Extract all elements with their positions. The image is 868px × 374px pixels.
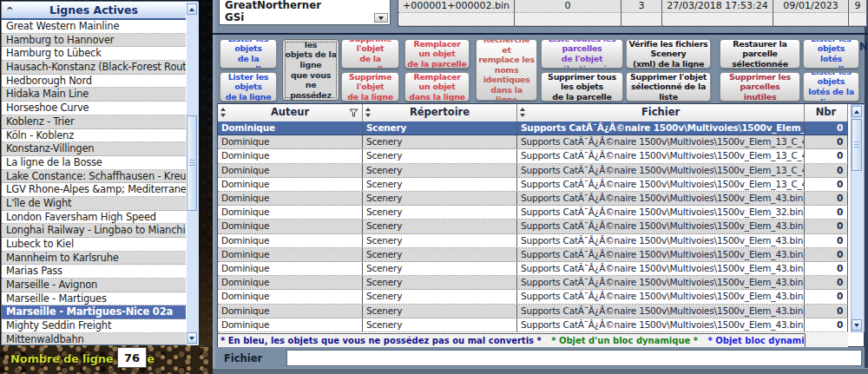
table-row[interactable]: Dominique Scenery Supports CatÃ¯Â¿Â©nair… (218, 276, 848, 290)
list-item[interactable]: Hedborough Nord (2, 75, 186, 89)
cell-auteur: Dominique (218, 234, 363, 247)
scroll-down-button[interactable] (187, 332, 197, 344)
list-item[interactable]: Mannheim to Karlsruhe (2, 252, 186, 266)
lines-scrollbar[interactable] (187, 3, 199, 345)
column-label: Répertoire (410, 106, 470, 118)
cell-repertoire: Scenery (363, 149, 517, 162)
table-row[interactable]: Dominique Scenery Supports CatÃ¯Â¿Â©nair… (218, 318, 848, 332)
combo-dropdown-button[interactable] (374, 13, 388, 23)
combo-list-item[interactable]: GreatNortherner (220, 0, 390, 12)
list-item[interactable]: L'île de Wight (2, 197, 186, 211)
table-row[interactable]: Dominique Scenery Supports CatÃ¯Â¿Â©nair… (218, 248, 848, 262)
scroll-up-button[interactable] (852, 106, 862, 117)
table-row[interactable]: Dominique Scenery Supports CatÃ¯Â¿Â©nair… (218, 206, 848, 220)
scroll-up-button[interactable] (187, 3, 197, 15)
replace-parcel-object-button[interactable]: Remplacer un objet de la parcelle (404, 39, 470, 69)
list-item[interactable]: Mittenwaldbahn (2, 333, 186, 344)
active-lines-count-field[interactable] (117, 347, 147, 368)
list-item[interactable]: Hamburg to Hannover (2, 34, 186, 48)
list-item[interactable]: Longhai Railway - Lingbao to Mianchi (2, 224, 186, 238)
cell-nbr-objet: 0 (805, 305, 848, 318)
app-window: ^ Lignes Actives Great Western Mainline … (0, 0, 868, 374)
cell-repertoire: Scenery (363, 248, 517, 261)
table-row[interactable]: Dominique Scenery Supports CatÃ¯Â¿Â©nair… (218, 234, 848, 248)
delete-line-object-button[interactable]: Supprime l'objet de la ligne (341, 72, 399, 102)
legend-empty-cell (805, 333, 848, 347)
cell-repertoire: Scenery (363, 234, 517, 247)
table-row[interactable]: Dominique Scenery Supports CatÃ¯Â¿Â©nair… (218, 192, 848, 206)
info-cell-empty (398, 13, 515, 26)
delete-selected-object-button[interactable]: Supprimer l'objet sélectionné de la list… (626, 72, 711, 102)
list-item[interactable]: Marseille - Martigues-Nice 02a (2, 305, 186, 319)
search-missing-objects-button[interactable]: Recherche les objets de la ligne que vou… (282, 39, 339, 101)
list-item[interactable]: Konstanz-Villingen (2, 142, 186, 156)
cell-auteur: Dominique (218, 149, 363, 162)
list-item[interactable]: Hausach-Konstanz (Black-Forest Route) (2, 61, 186, 75)
table-row[interactable]: Dominique Scenery Supports CatÃ¯Â¿Â©nair… (218, 262, 848, 276)
cell-fichier: Supports CatÃ¯Â¿Â©naire 1500v\Multivoies… (517, 149, 805, 162)
replace-line-object-button[interactable]: Remplacer un objet dans la ligne (404, 72, 470, 102)
file-field-label: Fichier (224, 352, 262, 364)
list-item[interactable]: Hamburg to Lübeck (2, 47, 186, 61)
info-cell-empty (515, 13, 621, 26)
list-item[interactable]: Horseshoe Curve (2, 102, 186, 115)
restore-parcel-button[interactable]: Restaurer la parcelle sélectionnée (720, 39, 800, 69)
info-cell-empty (773, 13, 849, 26)
cell-auteur: Dominique (218, 192, 363, 205)
list-item[interactable]: Great Western Mainline (2, 20, 186, 34)
list-item[interactable]: Lubeck to Kiel (2, 238, 186, 252)
list-item[interactable]: Koblenz - Trier (2, 115, 186, 129)
list-parcel-objects-button[interactable]: Lister les objets de la parcelle (220, 39, 277, 69)
delete-useless-parcels-button[interactable]: Supprimer les parcelles inutiles (720, 72, 800, 102)
delete-parcel-object-button[interactable]: Supprime l'objet de la parcelle (341, 39, 399, 69)
table-row[interactable]: Dominique Scenery Supports CatÃ¯Â¿Â©nair… (218, 178, 848, 192)
objects-table: Auteur Répertoire Fichier Nbr objet Domi… (217, 103, 865, 347)
list-item[interactable]: Köln - Koblenz (2, 129, 186, 143)
verify-scenery-files-button[interactable]: Vérifie les fichiers Scenery (xml) de la… (626, 39, 711, 69)
list-item[interactable]: London Faversham High Speed (2, 211, 186, 225)
list-item[interactable]: Marseille - Martigues (2, 292, 186, 306)
panel-bottom-edge (213, 368, 868, 374)
table-row[interactable]: Dominique Scenery Supports CatÃ¯Â¿Â©nair… (218, 220, 848, 233)
list-item[interactable]: Lake Constance: Schaffhausen - Kreuzling (2, 170, 186, 184)
list-line-objects-button[interactable]: Lister les objets de la ligne (220, 72, 277, 102)
cell-fichier: Supports CatÃ¯Â¿Â©naire 1500v\Multivoies… (517, 276, 805, 289)
filter-icon[interactable] (349, 108, 358, 117)
info-cell-date2: 09/01/2023 (773, 0, 849, 13)
list-item[interactable]: Mighty Seddin Freight (2, 319, 186, 333)
cell-auteur: Dominique (218, 164, 363, 177)
scroll-down-button[interactable] (852, 319, 862, 331)
list-lot-objects-parcel-button[interactable]: Lister les objets lotés parcelle (803, 39, 859, 69)
table-row[interactable]: Dominique Scenery Supports CatÃ¯Â¿Â©nair… (218, 305, 848, 318)
arrow-up-icon (189, 8, 194, 11)
list-item[interactable]: LGV Rhone-Alpes &amp; Mediterranee - Ly (2, 183, 186, 197)
scrollbar-thumb[interactable] (187, 115, 197, 211)
file-field[interactable] (286, 350, 862, 366)
table-scrollbar[interactable] (851, 104, 865, 332)
panel-right-edge (865, 0, 868, 374)
table-row[interactable]: Dominique Scenery Supports CatÃ¯Â¿Â©nair… (218, 121, 848, 135)
cell-nbr-objet: 0 (805, 135, 848, 148)
list-item[interactable]: La ligne de la Bosse (2, 156, 186, 170)
search-replace-names-button[interactable]: Recherche et remplace les noms identique… (476, 39, 537, 101)
author-combo-list[interactable]: GreatNortherner GSi (219, 0, 391, 25)
info-cell-extra: 9 (849, 0, 867, 13)
sort-icon (365, 108, 372, 117)
table-row[interactable]: Dominique Scenery Supports CatÃ¯Â¿Â©nair… (218, 149, 848, 163)
table-row[interactable]: Dominique Scenery Supports CatÃ¯Â¿Â©nair… (218, 164, 848, 178)
combo-list-item[interactable]: GSi (220, 12, 390, 24)
list-item[interactable]: Marseille - Avignon (2, 279, 186, 292)
list-lot-objects-line-button[interactable]: Lister les objets lotés de la ligne (803, 72, 859, 102)
table-row[interactable]: Dominique Scenery Supports CatÃ¯Â¿Â©nair… (218, 290, 848, 304)
sort-icon (520, 108, 526, 117)
cell-repertoire: Scenery (363, 220, 517, 233)
delete-all-parcel-objects-button[interactable]: Supprimer tous les objets de la parcelle (541, 72, 623, 102)
active-lines-header[interactable]: ^ Lignes Actives (2, 2, 186, 20)
scrollbar-thumb[interactable] (852, 119, 862, 171)
chevron-down-icon (378, 16, 384, 20)
list-item[interactable]: Hidaka Main Line (2, 88, 186, 102)
list-object-parcels-button[interactable]: Liste toutes les parcelles de l'objet sé… (541, 39, 623, 69)
table-row[interactable]: Dominique Scenery Supports CatÃ¯Â¿Â©nair… (218, 135, 848, 149)
list-item[interactable]: Marias Pass (2, 265, 186, 279)
arrow-down-icon (189, 337, 194, 340)
